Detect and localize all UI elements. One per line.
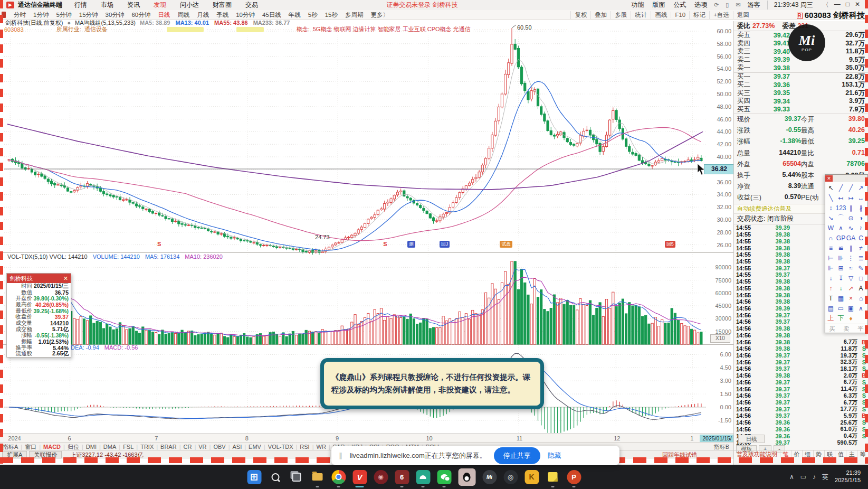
palette-tool-icon[interactable]: ∥ [846,203,856,213]
signal-marker[interactable]: 试盘 [500,241,512,248]
toolbar-画线[interactable]: 画线 [651,11,671,19]
menu-item-财富圈[interactable]: 财富圈 [206,1,239,10]
palette-tool-icon[interactable]: ⊪ [836,253,846,263]
palette-tool-icon[interactable]: ▣ [846,303,856,313]
tray-volume-icon[interactable]: ♪ [813,473,816,481]
period-1分钟[interactable]: 1分钟 [30,11,52,19]
palette-tool-icon[interactable]: ╲ [826,193,836,203]
tab-ASI[interactable]: ASI [230,444,245,450]
tray-chevron-icon[interactable]: ∧ [789,473,794,481]
palette-买-button[interactable]: 买 [825,325,840,333]
palette-tool-icon[interactable]: ╱ [846,183,856,193]
tab-VOL-TDX[interactable]: VOL-TDX [265,444,296,450]
palette-tool-icon[interactable]: ↕ [826,203,836,213]
palette-tool-icon[interactable]: ∩ [826,233,836,243]
tab-EMV[interactable]: EMV [246,444,264,450]
ob-price[interactable]: 39.35 [756,89,790,97]
palette-tool-icon[interactable]: ∥ [846,243,856,253]
palette-close-icon[interactable]: ✕ [825,175,833,182]
toolbar-多股[interactable]: 多股 [611,11,631,19]
palette-tool-icon[interactable]: 123 [836,203,846,213]
menu-item-资讯[interactable]: 资讯 [120,1,147,10]
stop-sharing-button[interactable]: 停止共享 [494,447,540,464]
palette-tool-icon[interactable]: ▭ [836,303,846,313]
taskbar-clock[interactable]: 21:392025/1/15 [835,469,861,484]
palette-tool-icon[interactable]: ⊙ [846,213,856,223]
chrome-icon[interactable] [331,470,346,484]
menu-item-公式[interactable]: 公式 [673,1,686,10]
palette-tool-icon[interactable]: ↓ [826,273,836,283]
palette-tool-icon[interactable]: W [826,223,836,233]
period-15分钟[interactable]: 15分钟 [75,11,102,19]
back-button[interactable]: 〈 [820,1,832,10]
ob-price[interactable]: 39.41 [756,40,790,47]
period-30分钟[interactable]: 30分钟 [102,11,128,19]
minimize-button[interactable]: — [832,1,843,10]
toolbar-标记[interactable]: 标记 [689,11,709,19]
ppt-icon[interactable]: P [567,470,581,484]
order-book-row[interactable]: 买五39.337.9万 [734,106,868,114]
order-book-row[interactable]: 买一39.3722.8万 [734,73,868,81]
tab-TRIX[interactable]: TRIX [138,444,156,450]
menu-item-交易[interactable]: 交易 [239,1,265,10]
toolbar-复权[interactable]: 复权 [570,11,590,19]
concept-values[interactable]: 5G概念 物联网 边缘计算 智能家居 工业互联 CPO概念 光通信 [313,25,471,33]
tab-BRAR[interactable]: BRAR [158,444,179,450]
tab-FSL[interactable]: FSL [120,444,136,450]
palette-tool-icon[interactable]: ∧ [836,223,846,233]
palette-tool-icon[interactable]: ⌒ [836,213,846,223]
signal-marker[interactable]: 回J [440,241,450,248]
palette-tool-icon[interactable]: ⊞ [836,263,846,273]
ob-price[interactable]: 39.40 [756,48,790,55]
palette-tool-icon[interactable]: ▦ [836,293,846,303]
signal-marker[interactable]: S [156,241,163,248]
period-5分钟[interactable]: 5分钟 [52,11,75,19]
tray-display-icon[interactable]: ▭ [800,473,806,481]
palette-tool-icon[interactable]: ↗ [846,283,856,293]
period-更多〉[interactable]: 更多〉 [367,11,393,19]
industry-value[interactable]: 通信设备 [84,25,108,33]
mi-app-icon[interactable]: Mi [482,470,497,484]
period-45日线[interactable]: 45日线 [259,11,285,19]
palette-tool-icon[interactable]: 下 [836,313,846,323]
order-book-row[interactable]: 买四39.343.9万 [734,97,868,106]
toolbar-统计[interactable]: 统计 [631,11,651,19]
kc-app-icon[interactable]: K [524,470,539,484]
tab-MACD[interactable]: MACD [41,444,63,450]
search-button[interactable] [268,470,282,484]
menu-item-市场[interactable]: 市场 [94,1,120,10]
palette-tool-icon[interactable]: ⊩ [826,263,836,273]
palette-tool-icon[interactable]: ▽ [846,273,856,283]
tab-DMA[interactable]: DMA [101,444,119,450]
task-view-button[interactable] [289,470,303,484]
palette-tool-icon[interactable]: ♦ [846,313,856,323]
close-button[interactable]: ✕ [852,1,863,10]
palette-tool-icon[interactable]: ↓ [836,283,846,293]
popup-close-icon[interactable]: ✕ [63,274,68,283]
language-indicator[interactable]: 英 [822,473,828,482]
ob-price[interactable]: 39.42 [756,32,790,39]
ob-price[interactable]: 39.39 [756,56,790,63]
palette-tool-icon[interactable]: GP [836,233,846,243]
tab-VR[interactable]: VR [196,444,209,450]
tab-DMI[interactable]: DMI [83,444,99,450]
greencam-app-icon[interactable] [416,470,430,484]
panel-period-label[interactable]: 日线 [738,435,765,443]
signal-marker[interactable]: S [381,241,388,248]
panel-icon[interactable]: ▯ [726,2,729,8]
hide-share-link[interactable]: 隐藏 [548,451,561,460]
palette-tool-icon[interactable]: ▤ [826,303,836,313]
menu-item-版面[interactable]: 版面 [652,1,665,10]
palette-tool-icon[interactable]: ⋮ [846,253,856,263]
mail-icon[interactable]: ✉ [736,2,740,8]
palette-tool-icon[interactable]: ∿ [846,223,856,233]
tab-OBV[interactable]: OBV [211,444,228,450]
palette-tool-icon[interactable]: ≌ [836,243,846,253]
order-book-row[interactable]: 买二39.36153.1万 [734,81,868,89]
period-分时[interactable]: 分时 [10,11,30,19]
period-季线[interactable]: 季线 [213,11,232,19]
menu-item-功能[interactable]: 功能 [631,1,644,10]
redknot-app-icon[interactable]: ◉ [374,470,388,484]
toolbar-叠加[interactable]: 叠加 [590,11,611,19]
menu-item-行情[interactable]: 行情 [68,1,94,10]
